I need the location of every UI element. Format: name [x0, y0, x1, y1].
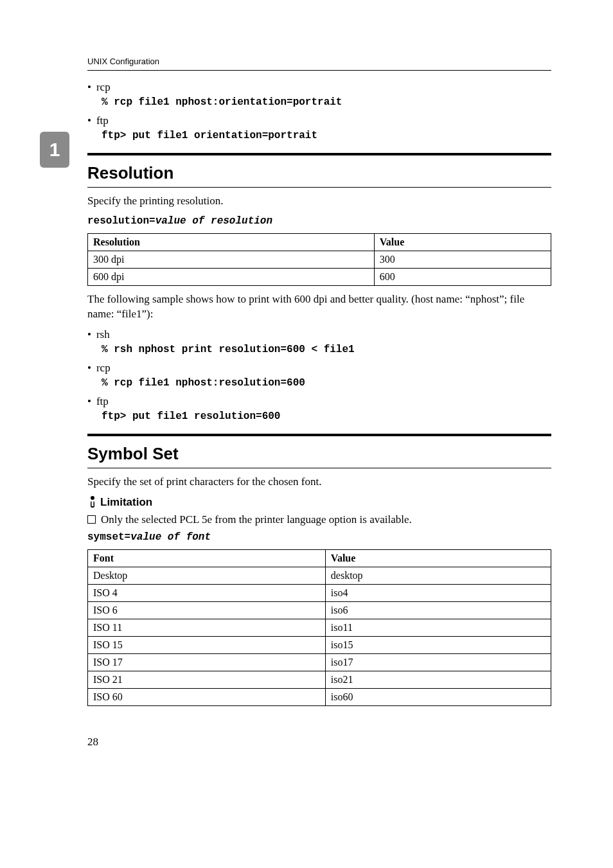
table-row: ISO 6iso6 — [88, 601, 551, 619]
table-cell: ISO 6 — [88, 601, 326, 619]
list-item: •rcp — [87, 81, 551, 94]
table-cell: 600 — [374, 268, 551, 285]
table-cell: ISO 60 — [88, 688, 326, 705]
list-item: •ftp — [87, 395, 551, 408]
table-row: ISO 4iso4 — [88, 584, 551, 601]
table-row: ISO 21iso21 — [88, 671, 551, 688]
limitation-heading: Limitation — [87, 496, 551, 511]
table-header: Resolution — [88, 233, 375, 251]
table-row: ISO 11iso11 — [88, 619, 551, 636]
checkbox-icon — [87, 515, 96, 524]
table-row: ISO 60iso60 — [88, 688, 551, 705]
symbolset-table: Font Value Desktopdesktop ISO 4iso4 ISO … — [87, 549, 551, 706]
limitation-item: Only the selected PCL 5e from the printe… — [87, 513, 551, 526]
list-item: •rsh — [87, 328, 551, 341]
table-row: ISO 15iso15 — [88, 636, 551, 653]
table-cell: ISO 15 — [88, 636, 326, 653]
bullet-label: ftp — [96, 395, 109, 407]
table-cell: 600 dpi — [88, 268, 375, 285]
table-cell: Desktop — [88, 567, 326, 584]
table-cell: ISO 17 — [88, 653, 326, 671]
section-heading-resolution: Resolution — [87, 153, 551, 188]
code-line: ftp> put file1 resolution=600 — [102, 411, 551, 422]
bullet-label: rsh — [96, 328, 110, 341]
code-line: % rcp file1 nphost:orientation=portrait — [102, 96, 551, 108]
table-row: 300 dpi 300 — [88, 251, 551, 268]
table-cell: iso21 — [325, 671, 551, 688]
table-header: Value — [374, 233, 551, 251]
info-icon — [87, 496, 98, 511]
table-header: Font — [88, 549, 326, 567]
table-cell: iso4 — [325, 584, 551, 601]
table-cell: desktop — [325, 567, 551, 584]
running-header: UNIX Configuration — [87, 57, 551, 71]
syntax-line: symset=value of font — [87, 531, 551, 543]
svg-point-0 — [91, 496, 94, 500]
bullet-label: rcp — [96, 362, 111, 374]
table-row: Desktopdesktop — [88, 567, 551, 584]
table-cell: iso11 — [325, 619, 551, 636]
table-cell: iso6 — [325, 601, 551, 619]
code-line: ftp> put file1 orientation=portrait — [102, 130, 551, 141]
table-cell: ISO 4 — [88, 584, 326, 601]
table-cell: ISO 11 — [88, 619, 326, 636]
resolution-table: Resolution Value 300 dpi 300 600 dpi 600 — [87, 233, 551, 286]
body-text: The following sample shows how to print … — [87, 292, 551, 322]
page-number: 28 — [87, 736, 551, 748]
svg-rect-2 — [92, 501, 94, 506]
table-cell: iso60 — [325, 688, 551, 705]
section-heading-symbolset: Symbol Set — [87, 434, 551, 468]
bullet-label: rcp — [96, 81, 111, 93]
table-row: ISO 17iso17 — [88, 653, 551, 671]
table-header-row: Resolution Value — [88, 233, 551, 251]
body-text: Specify the printing resolution. — [87, 194, 551, 209]
table-cell: iso17 — [325, 653, 551, 671]
body-text: Specify the set of print characters for … — [87, 475, 551, 490]
chapter-tab: 1 — [40, 132, 69, 168]
syntax-line: resolution=value of resolution — [87, 215, 551, 227]
list-item: •rcp — [87, 362, 551, 375]
code-line: % rcp file1 nphost:resolution=600 — [102, 377, 551, 389]
table-header-row: Font Value — [88, 549, 551, 567]
table-cell: 300 — [374, 251, 551, 268]
code-line: % rsh nphost print resolution=600 < file… — [102, 344, 551, 355]
table-cell: 300 dpi — [88, 251, 375, 268]
table-row: 600 dpi 600 — [88, 268, 551, 285]
list-item: •ftp — [87, 114, 551, 127]
table-header: Value — [325, 549, 551, 567]
bullet-label: ftp — [96, 114, 109, 127]
table-cell: ISO 21 — [88, 671, 326, 688]
table-cell: iso15 — [325, 636, 551, 653]
